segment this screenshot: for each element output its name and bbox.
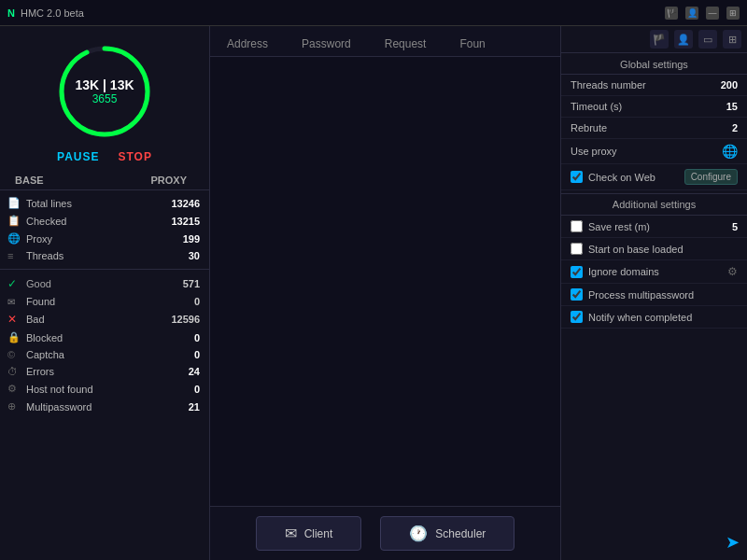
stat-row-host-not-found: ⚙ Host not found 0 [0,380,209,398]
left-panel: 13K | 13K 3655 PAUSE STOP BASE PROXY 📄 T… [0,26,210,560]
clock-icon: ⏱ [7,366,24,377]
check-on-web-row: Check on Web Configure [561,164,747,190]
middle-panel: Address Password Request Foun ✉ Client 🕐… [210,26,560,560]
circle-main-value: 13K | 13K [75,77,134,92]
base-header: BASE [15,175,150,186]
stat-row-multipassword: ⊕ Multipassword 21 [0,398,209,415]
captcha-value: 0 [162,349,200,360]
proxy-header: PROXY [150,175,187,186]
ignore-domains-row: Ignore domains ⚙ [561,260,747,284]
total-lines-value: 13246 [162,198,200,209]
process-multipassword-checkbox[interactable] [571,288,583,301]
timeout-value: 15 [726,101,738,112]
good-value: 571 [162,278,200,289]
tab-password[interactable]: Password [294,34,359,56]
user-icon[interactable]: 👤 [685,7,698,20]
app-logo: N [7,7,15,19]
grid-icon[interactable]: ⊞ [726,7,740,20]
circle-container: 13K | 13K 3655 [0,35,209,143]
check-on-web-checkbox[interactable] [571,171,583,183]
proxy-label: Proxy [24,233,162,245]
timeout-row: Timeout (s) 15 [561,96,747,118]
threads-label: Threads [24,250,162,261]
globe-small-icon: 🌐 [7,232,24,245]
rebrute-row: Rebrute 2 [561,118,747,139]
stat-row-checked: 📋 Checked 13215 [0,212,209,230]
pause-button[interactable]: PAUSE [57,150,99,163]
host-not-found-label: Host not found [24,384,162,395]
good-label: Good [24,278,162,289]
check-file-icon: 📋 [7,215,24,227]
send-icon[interactable]: ➤ [726,532,740,553]
stat-row-blocked: 🔒 Blocked 0 [0,329,209,346]
stop-button[interactable]: STOP [118,150,151,163]
global-settings-title: Global settings [561,53,747,75]
start-on-base-row: Start on base loaded [561,238,747,260]
right-panel: 🏴 👤 ▭ ⊞ Global settings Threads number 2… [560,26,747,560]
host-not-found-value: 0 [162,384,200,395]
tab-address[interactable]: Address [219,34,275,56]
gear-icon[interactable]: ⚙ [727,265,738,278]
server-icon: ⚙ [7,383,24,395]
flag-icon[interactable]: 🏴 [665,7,678,20]
app-title: HMC 2.0 beta [21,7,84,19]
multipassword-value: 21 [162,401,200,413]
captcha-label: Captcha [24,349,162,360]
tab-request[interactable]: Request [377,34,434,56]
proxy-value: 199 [162,233,200,245]
checked-label: Checked [24,216,162,227]
grid-right-icon[interactable]: ⊞ [723,30,741,49]
stat-row-total-lines: 📄 Total lines 13246 [0,194,209,212]
checked-value: 13215 [162,216,200,227]
multi-icon: ⊕ [7,400,24,413]
use-proxy-row: Use proxy 🌐 [561,139,747,164]
stat-row-bad: ✕ Bad 12596 [0,310,209,329]
timeout-label: Timeout (s) [571,101,726,112]
process-multipassword-label: Process multipassword [588,289,738,301]
stat-row-errors: ⏱ Errors 24 [0,363,209,380]
globe-icon: 🌐 [722,144,738,159]
start-on-base-label: Start on base loaded [588,244,738,255]
errors-value: 24 [162,366,200,377]
controls: PAUSE STOP [0,143,209,171]
stat-row-good: ✓ Good 571 [0,274,209,293]
right-bottom-arrow: ➤ [561,525,747,560]
stat-row-threads: ≡ Threads 30 [0,247,209,264]
client-button[interactable]: ✉ Client [256,516,362,551]
ignore-domains-checkbox[interactable] [571,266,583,278]
lock-icon: 🔒 [7,331,24,343]
blocked-label: Blocked [24,332,162,343]
notify-when-completed-row: Notify when completed [561,306,747,329]
minimize-icon[interactable]: — [706,7,719,20]
main-container: 13K | 13K 3655 PAUSE STOP BASE PROXY 📄 T… [0,26,747,560]
window-right-icon[interactable]: ▭ [698,30,717,49]
right-top-bar: 🏴 👤 ▭ ⊞ [561,26,747,53]
circle-sub-value: 3655 [75,92,134,105]
process-multipassword-row: Process multipassword [561,284,747,306]
threads-number-label: Threads number [571,79,721,91]
titlebar: N HMC 2.0 beta 🏴 👤 — ⊞ [0,0,747,26]
found-value: 0 [162,296,200,307]
flag-right-icon[interactable]: 🏴 [650,30,669,49]
tab-foun[interactable]: Foun [452,34,492,56]
check-on-web-label: Check on Web [588,172,679,183]
rebrute-value: 2 [732,122,738,133]
scheduler-icon: 🕐 [409,525,428,542]
x-icon: ✕ [7,313,24,326]
bad-value: 12596 [162,314,200,325]
use-proxy-label: Use proxy [571,146,722,157]
notify-when-completed-label: Notify when completed [588,312,738,323]
additional-settings-title: Additional settings [561,193,747,216]
ignore-domains-label: Ignore domains [588,266,722,277]
save-rest-checkbox[interactable] [571,220,583,232]
stat-row-captcha: © Captcha 0 [0,346,209,363]
notify-when-completed-checkbox[interactable] [571,311,583,323]
bad-label: Bad [24,314,162,325]
threads-number-row: Threads number 200 [561,75,747,96]
user-right-icon[interactable]: 👤 [674,30,693,49]
bottom-buttons: ✉ Client 🕐 Scheduler [210,506,560,560]
scheduler-button[interactable]: 🕐 Scheduler [380,516,514,551]
start-on-base-checkbox[interactable] [571,243,583,255]
check-icon: ✓ [7,277,24,290]
configure-button[interactable]: Configure [684,169,738,185]
